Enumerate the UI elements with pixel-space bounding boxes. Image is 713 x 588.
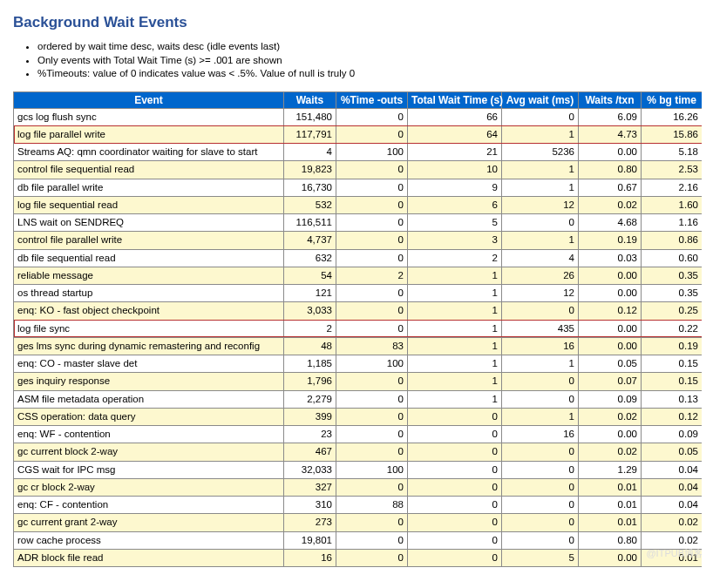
cell-value: 0 [336, 179, 408, 196]
cell-event: log file sequential read [14, 196, 284, 213]
cell-event: gcs log flush sync [14, 108, 284, 125]
table-row: gc current block 2-way4670000.020.05 [14, 443, 703, 461]
cell-value: 1 [408, 373, 502, 390]
cell-value: 0 [408, 408, 502, 425]
cell-value: 16 [502, 426, 579, 443]
cell-value: 4,737 [284, 232, 336, 249]
cell-value: 0.80 [579, 531, 642, 549]
cell-value: 0.00 [579, 144, 642, 161]
cell-value: 0.13 [642, 390, 703, 408]
cell-value: 0.02 [579, 408, 642, 425]
table-row: enq: CF - contention31088000.010.04 [14, 497, 703, 514]
cell-value: 16,730 [284, 179, 336, 196]
table-row: gc current grant 2-way2730000.010.02 [14, 514, 703, 531]
cell-event: enq: CO - master slave det [14, 355, 284, 373]
cell-value: 0 [502, 514, 579, 531]
cell-event: gc current grant 2-way [14, 514, 284, 531]
wait-events-table: Event Waits %Time -outs Total Wait Time … [13, 91, 702, 568]
table-row: ASM file metadata operation2,2790100.090… [14, 390, 703, 408]
cell-value: 0.12 [579, 302, 642, 320]
cell-value: 0.00 [579, 337, 642, 355]
cell-value: 4.68 [579, 214, 642, 232]
table-row: control file sequential read19,82301010.… [14, 161, 703, 179]
cell-value: 1 [408, 337, 502, 355]
cell-value: 0 [408, 461, 502, 478]
cell-value: 310 [284, 497, 336, 514]
table-row: enq: CO - master slave det1,185100110.05… [14, 355, 703, 373]
cell-value: 0.35 [642, 285, 703, 302]
note-item: Only events with Total Wait Time (s) >= … [37, 54, 702, 68]
cell-value: 0 [336, 443, 408, 461]
cell-value: 10 [408, 161, 502, 179]
cell-value: 0 [502, 531, 579, 549]
cell-value: 0 [336, 549, 408, 566]
cell-value: 116,511 [284, 214, 336, 232]
cell-value: 5 [408, 214, 502, 232]
cell-value: 632 [284, 249, 336, 267]
cell-value: 1 [502, 408, 579, 425]
table-row: reliable message5421260.000.35 [14, 267, 703, 284]
cell-value: 0.15 [642, 373, 703, 390]
cell-value: 0.07 [579, 373, 642, 390]
cell-value: 0 [408, 497, 502, 514]
cell-value: 16 [502, 337, 579, 355]
table-row: db file parallel write16,7300910.672.16 [14, 179, 703, 196]
cell-value: 0.04 [642, 478, 703, 496]
table-row: CGS wait for IPC msg32,033100001.290.04 [14, 461, 703, 478]
cell-value: 5 [502, 549, 579, 566]
cell-event: log file parallel write [14, 125, 284, 143]
cell-value: 0.05 [579, 355, 642, 373]
cell-value: 0.67 [579, 179, 642, 196]
cell-value: 0 [336, 373, 408, 390]
cell-value: 88 [336, 497, 408, 514]
cell-value: 2.53 [642, 161, 703, 179]
cell-value: 1 [502, 161, 579, 179]
cell-value: 1.60 [642, 196, 703, 213]
table-body: gcs log flush sync151,48006606.0916.26lo… [14, 108, 703, 567]
cell-event: ges inquiry response [14, 373, 284, 390]
cell-value: 1.29 [579, 461, 642, 478]
cell-value: 19,823 [284, 161, 336, 179]
cell-value: 121 [284, 285, 336, 302]
table-row: log file sync2014350.000.22 [14, 320, 703, 337]
cell-value: 100 [336, 461, 408, 478]
cell-value: 0.05 [642, 443, 703, 461]
cell-value: 0.00 [579, 267, 642, 284]
cell-value: 0.80 [579, 161, 642, 179]
cell-value: 21 [408, 144, 502, 161]
table-row: CSS operation: data query3990010.020.12 [14, 408, 703, 425]
cell-value: 0.02 [642, 514, 703, 531]
cell-value: 399 [284, 408, 336, 425]
cell-value: 1 [408, 320, 502, 337]
cell-value: 64 [408, 125, 502, 143]
cell-value: 2 [284, 320, 336, 337]
page-title: Background Wait Events [13, 14, 702, 31]
cell-value: 0 [336, 161, 408, 179]
cell-event: ADR block file read [14, 549, 284, 566]
cell-value: 4.73 [579, 125, 642, 143]
cell-value: 0.19 [579, 232, 642, 249]
cell-value: 16 [284, 549, 336, 566]
cell-value: 12 [502, 285, 579, 302]
cell-value: 117,791 [284, 125, 336, 143]
cell-value: 12 [502, 196, 579, 213]
cell-value: 0 [336, 285, 408, 302]
cell-value: 0 [336, 390, 408, 408]
cell-value: 1 [502, 125, 579, 143]
table-row: log file sequential read53206120.021.60 [14, 196, 703, 213]
cell-event: ges lms sync during dynamic remastering … [14, 337, 284, 355]
table-row: Streams AQ: qmn coordinator waiting for … [14, 144, 703, 161]
cell-value: 1,796 [284, 373, 336, 390]
cell-value: 23 [284, 426, 336, 443]
cell-value: 4 [502, 249, 579, 267]
cell-value: 0.01 [579, 497, 642, 514]
cell-value: 0.02 [579, 443, 642, 461]
cell-value: 327 [284, 478, 336, 496]
cell-value: 15.86 [642, 125, 703, 143]
cell-value: 0 [336, 196, 408, 213]
cell-value: 0 [336, 426, 408, 443]
cell-value: 19,801 [284, 531, 336, 549]
cell-value: 0 [336, 478, 408, 496]
cell-value: 0.19 [642, 337, 703, 355]
cell-value: 2 [408, 249, 502, 267]
